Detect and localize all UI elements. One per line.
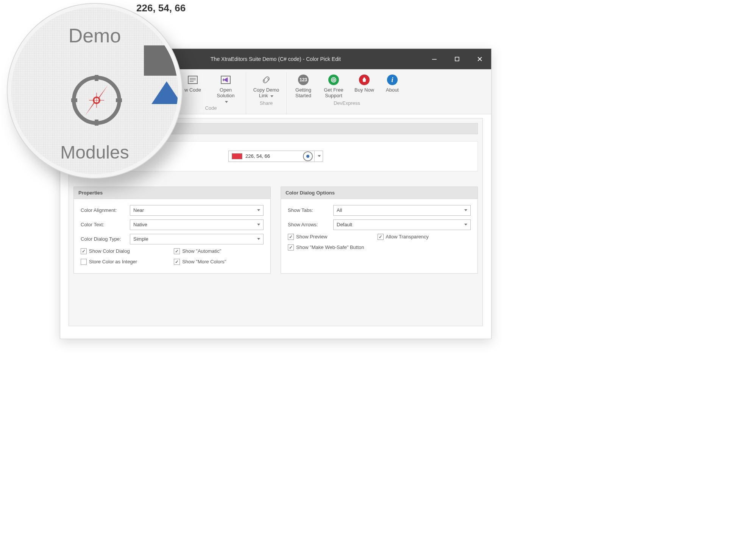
- code-icon: [187, 74, 199, 86]
- svg-rect-0: [432, 59, 437, 60]
- select-value: Simple: [133, 236, 148, 242]
- chevron-down-icon: [225, 101, 228, 103]
- field-label: Color Alignment:: [81, 207, 130, 213]
- ribbon-group-name: Code: [205, 105, 217, 111]
- close-icon: [477, 56, 482, 62]
- check-label: Show "More Colors": [182, 259, 226, 264]
- select-color-dialog-type[interactable]: Simple: [130, 234, 264, 244]
- eyedropper-button[interactable]: [303, 151, 313, 161]
- ribbon-get-free-support[interactable]: Get Free Support: [321, 74, 346, 100]
- ribbon-open-solution[interactable]: Open Solution: [211, 74, 240, 104]
- svg-rect-9: [71, 98, 77, 102]
- svg-rect-7: [95, 75, 98, 81]
- ribbon-buy-now[interactable]: Buy Now: [353, 74, 376, 100]
- field-label: Color Dialog Type:: [81, 236, 130, 242]
- ribbon-item-label: Get Free Support: [321, 87, 346, 100]
- chevron-down-icon: [257, 224, 260, 226]
- link-icon: [260, 74, 272, 86]
- info-icon: i: [386, 74, 398, 86]
- magnifier-lens: Demo Modules: [8, 4, 182, 178]
- ribbon-about[interactable]: i About: [383, 74, 402, 100]
- check-show-color-dialog[interactable]: Show Color Dialog: [81, 248, 165, 254]
- chevron-down-icon: [257, 209, 260, 211]
- minimize-icon: [432, 56, 437, 62]
- chevron-down-icon: [464, 224, 467, 226]
- svg-point-4: [331, 78, 336, 82]
- window-controls: [423, 49, 491, 69]
- ribbon-group-devexpress: 123 Getting Started Get Free Support Buy…: [287, 72, 407, 114]
- select-value: All: [337, 207, 342, 213]
- card-title: Color Dialog Options: [281, 187, 478, 199]
- ribbon-item-label: Copy Demo Link: [251, 87, 281, 100]
- ribbon-item-label: Getting Started: [292, 87, 315, 100]
- select-color-alignment[interactable]: Near: [130, 205, 264, 216]
- ribbon-item-label: Open Solution: [211, 87, 240, 104]
- chevron-down-icon: [270, 95, 273, 97]
- check-label: Store Color as Integer: [89, 259, 137, 264]
- compass-icon: [68, 72, 125, 129]
- check-show-preview[interactable]: Show Preview: [288, 234, 368, 240]
- svg-point-5: [333, 79, 335, 81]
- svg-rect-1: [455, 57, 459, 61]
- checkbox-icon: [288, 234, 294, 240]
- select-show-arrows[interactable]: Default: [333, 219, 471, 230]
- check-label: Show Preview: [296, 234, 327, 240]
- check-label: Show "Make Web-Safe" Button: [296, 244, 364, 250]
- zoom-rgb-label: 226, 54, 66: [136, 2, 186, 14]
- chevron-down-icon: [464, 209, 467, 211]
- magnifier-text-demo: Demo: [69, 24, 121, 47]
- properties-card: Properties Color Alignment: Near Color T…: [73, 187, 271, 274]
- color-dropdown-button[interactable]: [314, 151, 323, 162]
- field-label: Color Text:: [81, 222, 130, 227]
- check-allow-transparency[interactable]: Allow Transparency: [378, 234, 465, 240]
- check-label: Show "Automatic": [182, 248, 221, 254]
- 123-icon: 123: [297, 74, 309, 86]
- check-label: Show Color Dialog: [89, 248, 130, 254]
- target-icon: [306, 155, 309, 158]
- magnifier-content: Demo Modules: [11, 8, 178, 174]
- chevron-down-icon: [257, 238, 260, 240]
- settings-columns: Properties Color Alignment: Near Color T…: [73, 187, 478, 274]
- ribbon-item-label: About: [386, 87, 399, 100]
- chevron-down-icon: [318, 155, 321, 157]
- ribbon-group-name: DevExpress: [334, 100, 360, 106]
- color-value-text: 226, 54, 66: [245, 153, 303, 159]
- ribbon-copy-demo-link[interactable]: Copy Demo Link: [251, 74, 281, 100]
- select-show-tabs[interactable]: All: [333, 205, 471, 216]
- minimize-button[interactable]: [423, 49, 446, 69]
- select-color-text[interactable]: Native: [130, 219, 264, 230]
- checkbox-icon: [81, 259, 87, 265]
- checkbox-icon: [288, 244, 294, 250]
- bag-icon: [358, 74, 370, 86]
- checkbox-icon: [174, 259, 180, 265]
- vs-icon: [220, 74, 232, 86]
- lifebuoy-icon: [328, 74, 340, 86]
- ribbon-view-code[interactable]: w Code: [181, 74, 204, 104]
- maximize-button[interactable]: [446, 49, 468, 69]
- check-label: Allow Transparency: [386, 234, 429, 240]
- card-title: Properties: [74, 187, 270, 199]
- checkbox-icon: [174, 248, 180, 254]
- magnifier-triangle-icon: [151, 81, 182, 104]
- check-store-color-integer[interactable]: Store Color as Integer: [81, 259, 165, 265]
- check-show-websafe[interactable]: Show "Make Web-Safe" Button: [288, 244, 471, 250]
- select-value: Near: [133, 207, 144, 213]
- svg-rect-8: [95, 120, 98, 126]
- ribbon-group-share: Copy Demo Link Share: [246, 72, 287, 114]
- checkbox-icon: [81, 248, 87, 254]
- svg-rect-10: [116, 98, 122, 102]
- field-label: Show Tabs:: [288, 207, 333, 213]
- check-show-more-colors[interactable]: Show "More Colors": [174, 259, 258, 265]
- select-value: Default: [337, 222, 352, 227]
- close-button[interactable]: [468, 49, 491, 69]
- ribbon-item-label: Buy Now: [354, 87, 374, 100]
- check-show-automatic[interactable]: Show "Automatic": [174, 248, 258, 254]
- colorpick-edit[interactable]: 226, 54, 66: [228, 151, 323, 162]
- select-value: Native: [133, 222, 147, 227]
- maximize-icon: [454, 56, 460, 62]
- ribbon-getting-started[interactable]: 123 Getting Started: [292, 74, 315, 100]
- ribbon-item-label: w Code: [184, 87, 201, 100]
- field-label: Show Arrows:: [288, 222, 333, 227]
- ribbon-group-name: Share: [260, 100, 273, 106]
- color-dialog-options-card: Color Dialog Options Show Tabs: All Show…: [281, 187, 478, 274]
